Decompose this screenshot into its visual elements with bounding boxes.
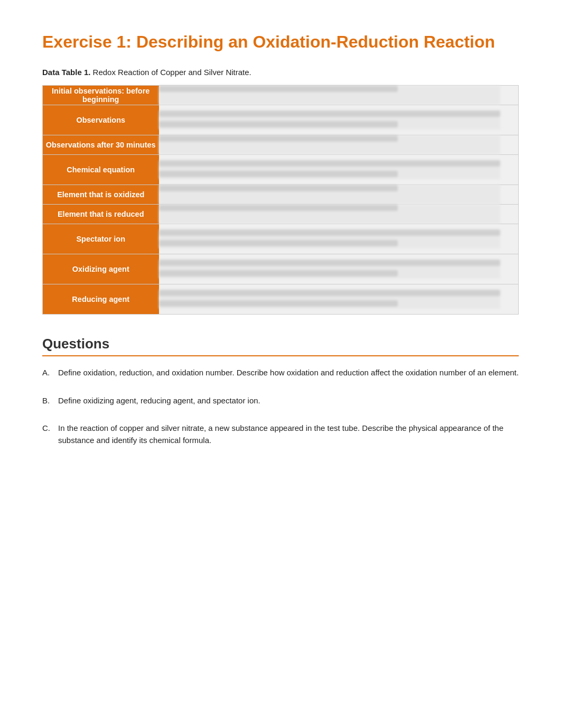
page-title: Exercise 1: Describing an Oxidation-Redu… — [42, 32, 519, 52]
row-value-observations[interactable] — [159, 105, 519, 135]
question-item-c: C.In the reaction of copper and silver n… — [42, 422, 519, 446]
questions-section: Questions A.Define oxidation, reduction,… — [42, 336, 519, 446]
row-value-element-reduced[interactable] — [159, 205, 519, 224]
row-label-reducing-agent: Reducing agent — [43, 284, 159, 315]
question-text-2: In the reaction of copper and silver nit… — [58, 422, 519, 446]
question-letter-2: C. — [42, 422, 58, 446]
question-letter-0: A. — [42, 367, 58, 379]
question-text-0: Define oxidation, reduction, and oxidati… — [58, 367, 519, 379]
data-table: Initial observations: before beginningOb… — [42, 85, 519, 315]
row-label-oxidizing-agent: Oxidizing agent — [43, 254, 159, 284]
row-value-element-oxidized[interactable] — [159, 185, 519, 205]
row-value-spectator-ion[interactable] — [159, 224, 519, 254]
question-item-a: A.Define oxidation, reduction, and oxida… — [42, 367, 519, 379]
table-caption-bold: Data Table 1. — [42, 68, 90, 77]
table-caption: Data Table 1. Redox Reaction of Copper a… — [42, 68, 519, 77]
row-label-element-reduced: Element that is reduced — [43, 205, 159, 224]
question-letter-1: B. — [42, 395, 58, 407]
row-label-observations: Observations — [43, 105, 159, 135]
row-value-oxidizing-agent[interactable] — [159, 254, 519, 284]
row-label-initial-observations: Initial observations: before beginning — [43, 86, 159, 105]
row-label-spectator-ion: Spectator ion — [43, 224, 159, 254]
row-value-chemical-equation[interactable] — [159, 155, 519, 185]
row-value-initial-observations[interactable] — [159, 86, 519, 105]
row-label-chemical-equation: Chemical equation — [43, 155, 159, 185]
questions-title: Questions — [42, 336, 519, 356]
row-value-reducing-agent[interactable] — [159, 284, 519, 315]
question-item-b: B.Define oxidizing agent, reducing agent… — [42, 395, 519, 407]
row-label-element-oxidized: Element that is oxidized — [43, 185, 159, 205]
question-text-1: Define oxidizing agent, reducing agent, … — [58, 395, 519, 407]
row-value-observations-30[interactable] — [159, 135, 519, 155]
table-caption-rest: Redox Reaction of Copper and Silver Nitr… — [90, 68, 251, 77]
questions-list: A.Define oxidation, reduction, and oxida… — [42, 367, 519, 446]
row-label-observations-30: Observations after 30 minutes — [43, 135, 159, 155]
